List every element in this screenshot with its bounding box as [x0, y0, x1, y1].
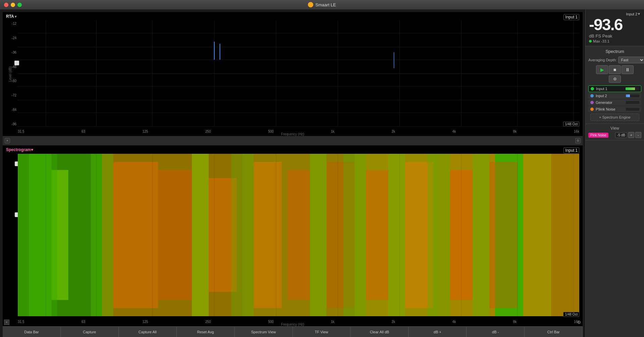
svg-rect-32 — [287, 170, 310, 300]
freq-8k: 8k — [513, 130, 517, 133]
sf-8k: 8k — [513, 320, 517, 324]
y-label-neg96: -96 — [4, 123, 16, 126]
y-label-neg72: -72 — [4, 94, 16, 97]
db-minus-button[interactable]: dB - — [467, 327, 525, 337]
db-plus-button[interactable]: dB + — [409, 327, 467, 337]
close-button[interactable] — [4, 3, 8, 7]
view-title: View — [588, 126, 641, 131]
capture-button[interactable]: Capture — [61, 327, 119, 337]
add-engine-label: + Spectrum Engine — [599, 115, 631, 119]
svg-rect-26 — [113, 162, 158, 308]
capture-all-button[interactable]: Capture All — [119, 327, 177, 337]
rta-input-selector[interactable]: Input 1 — [564, 14, 579, 20]
clear-all-db-button[interactable]: Clear All dB — [351, 327, 409, 337]
source-dot-generator — [590, 101, 594, 104]
level-display: Input 2 ▼ -93.6 dB FS Peak Max -33.1 — [586, 9, 644, 46]
averaging-depth-select[interactable]: Fast Medium Slow Very Slow — [618, 57, 644, 63]
svg-rect-45 — [18, 154, 57, 316]
spectro-svg — [18, 154, 579, 316]
rta-header: RTA▼ Input 1 — [6, 14, 579, 20]
sf-2k: 2k — [392, 320, 395, 324]
spectro-close-btn[interactable]: ✕ — [4, 320, 9, 325]
gear-icon[interactable]: ⚙ — [575, 138, 581, 143]
svg-rect-41 — [473, 154, 489, 316]
freq-500: 500 — [268, 130, 274, 133]
spectro-gear-icon[interactable]: ⚙ — [577, 320, 581, 325]
app-title: Smaart LE — [308, 2, 336, 7]
spectro-arrow: ♥ — [31, 147, 33, 152]
tools-button[interactable]: ⚙ — [609, 75, 621, 83]
svg-rect-31 — [254, 162, 282, 308]
rta-oct-label[interactable]: 1/48 Oct — [563, 122, 579, 127]
svg-rect-44 — [551, 154, 579, 316]
reset-avg-button[interactable]: Reset Avg — [177, 327, 235, 337]
spectro-label: Spectrogram♥ — [6, 147, 33, 153]
tf-view-button[interactable]: TF View — [293, 327, 351, 337]
source-input1[interactable]: Input 1 — [588, 85, 641, 92]
pause-button[interactable]: ⏸ — [622, 65, 634, 74]
source-input2[interactable]: Input 2 — [588, 93, 641, 99]
maximize-button[interactable] — [17, 3, 22, 7]
source-meter-fill-input1 — [626, 87, 635, 90]
svg-rect-27 — [158, 170, 192, 300]
right-panel: Input 2 ▼ -93.6 dB FS Peak Max -33.1 Spe… — [585, 9, 644, 337]
level-selector-arrow[interactable]: ▼ — [637, 12, 641, 16]
svg-rect-49 — [428, 154, 450, 316]
source-meter-generator — [626, 101, 639, 104]
svg-rect-46 — [91, 154, 113, 316]
pink-noise-button[interactable]: Pink Noise — [588, 133, 608, 138]
close-rta-btn[interactable]: ✕ — [5, 138, 10, 143]
sf-500: 500 — [268, 320, 274, 324]
rta-label: RTA▼ — [6, 14, 17, 20]
sf-250: 250 — [205, 320, 211, 324]
minimize-button[interactable] — [11, 3, 15, 7]
spectrogram-chart: Spectrogram♥ Input 1 — [3, 145, 583, 326]
level-max: Max -33.1 — [589, 39, 641, 43]
sf-31: 31.5 — [18, 320, 24, 324]
app-icon — [308, 2, 313, 7]
add-spectrum-engine-button[interactable]: + Spectrum Engine — [590, 114, 639, 121]
rta-arrow: ▼ — [14, 15, 17, 18]
play-button[interactable]: ▶ — [596, 65, 608, 74]
source-pinknoise[interactable]: P9ink Noise — [588, 106, 641, 112]
level-max-label: Max -33.1 — [593, 39, 609, 43]
level-number: -93.6 — [589, 17, 622, 33]
level-unit: dB FS Peak — [589, 33, 641, 39]
traffic-lights — [4, 3, 22, 7]
transport-row: ▶ ■ ⏸ — [588, 65, 641, 74]
db-plus-right-button[interactable]: + — [628, 132, 634, 138]
averaging-depth-label: Averaging Depth: — [588, 58, 617, 62]
level-max-dot — [589, 40, 592, 43]
svg-rect-28 — [192, 154, 209, 316]
source-name-generator: Generator — [596, 100, 624, 105]
spectro-header: Spectrogram♥ Input 1 — [6, 147, 579, 153]
freq-16k: 16k — [574, 130, 579, 133]
svg-rect-42 — [489, 162, 518, 308]
spectrum-view-button[interactable]: Spectrum View — [235, 327, 293, 337]
sf-1k: 1k — [331, 320, 334, 324]
y-label-neg36: -36 — [4, 51, 16, 54]
charts-panel: RTA▼ Input 1 -12 -24 -36 -48 -60 -72 -84… — [0, 9, 585, 337]
freq-31: 31.5 — [18, 130, 24, 133]
source-name-input1: Input 1 — [596, 87, 624, 91]
y-label-neg12: -12 — [4, 22, 16, 25]
sf-63: 63 — [82, 320, 85, 324]
source-generator[interactable]: Generator — [588, 99, 641, 106]
source-dot-input1 — [591, 87, 594, 90]
spectro-input-selector[interactable]: Input 1 — [564, 147, 579, 153]
source-name-input2: Input 2 — [596, 94, 624, 98]
y-label-neg24: -24 — [4, 37, 16, 40]
level-input-selector[interactable]: Input 2 — [626, 12, 637, 16]
source-meter-pinknoise — [626, 108, 639, 111]
db-minus-right-button[interactable]: - — [635, 132, 641, 138]
db-display: -5 dB — [615, 132, 627, 138]
data-bar-button[interactable]: Data Bar — [3, 327, 61, 337]
spectrum-section: Spectrum Averaging Depth: Fast Medium Sl… — [586, 46, 644, 124]
ctrl-bar-button[interactable]: Ctrl Bar — [525, 327, 583, 337]
freq-4k: 4k — [452, 130, 456, 133]
view-section: View Pink Noise -5 dB + - — [586, 124, 644, 140]
stop-button[interactable]: ■ — [609, 65, 621, 74]
svg-rect-33 — [310, 154, 326, 316]
spectro-oct-label[interactable]: 1/48 Oct — [563, 312, 579, 317]
svg-rect-48 — [343, 154, 366, 316]
